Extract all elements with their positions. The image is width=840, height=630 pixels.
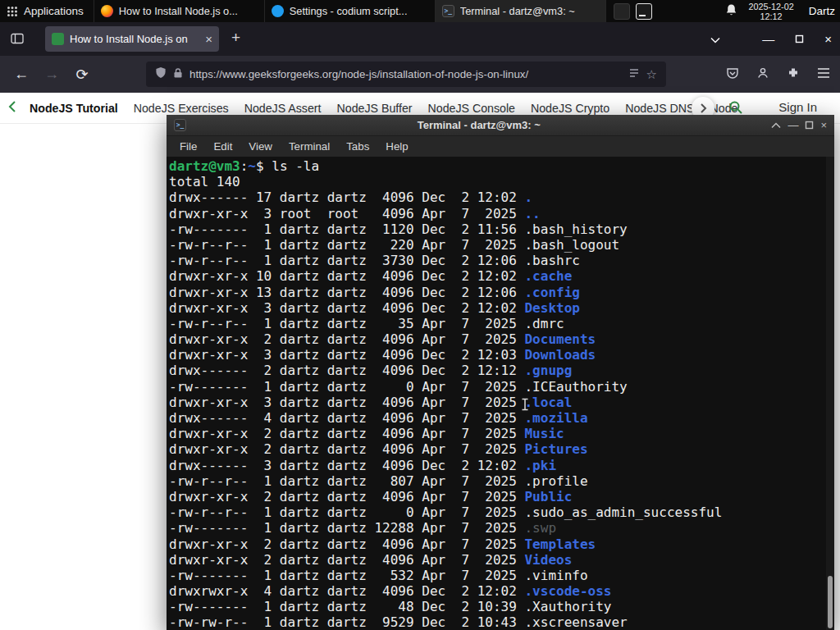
firefox-nav-bar: ← → ⟳ https://www.geeksforgeeks.org/node… <box>0 56 840 93</box>
forward-icon[interactable]: → <box>42 66 62 83</box>
menu-tabs[interactable]: Tabs <box>338 140 377 153</box>
terminal-window: >_ Terminal - dartz@vm3: ~ — × File Edit… <box>167 115 834 630</box>
menu-terminal[interactable]: Terminal <box>281 140 338 153</box>
lock-icon[interactable] <box>173 67 183 82</box>
clock-date: 2025-12-02 <box>749 2 794 11</box>
clock-time: 12:12 <box>749 11 794 21</box>
toolbar-icons <box>726 56 830 93</box>
reader-mode-icon[interactable] <box>628 67 640 82</box>
panel-window-button-firefox[interactable]: How to Install Node.js o... <box>94 0 265 22</box>
close-button[interactable]: × <box>824 33 832 45</box>
window-button-label: Settings - codium script... <box>290 5 408 17</box>
terminal-minimize-button[interactable]: — <box>788 120 798 130</box>
tray-icon-terminal[interactable] <box>636 3 652 20</box>
notifications-bell-icon[interactable] <box>725 3 737 20</box>
url-bar[interactable]: https://www.geeksforgeeks.org/node-js/in… <box>146 62 666 87</box>
panel-window-button-codium[interactable]: Settings - codium script... <box>265 0 436 22</box>
firefox-view-icon[interactable] <box>11 33 24 48</box>
terminal-app-icon: >_ <box>174 119 186 131</box>
tab-close-icon[interactable]: × <box>205 33 212 45</box>
terminal-shade-button[interactable] <box>771 122 781 129</box>
applications-grid-icon <box>7 6 18 17</box>
url-text[interactable]: https://www.geeksforgeeks.org/node-js/in… <box>189 68 622 80</box>
account-icon[interactable] <box>756 66 769 83</box>
browser-tab[interactable]: How to Install Node.js on × <box>45 26 219 52</box>
window-button-label: How to Install Node.js o... <box>119 5 238 17</box>
terminal-body[interactable]: dartz@vm3:~$ ls -latotal 140drwx------ 1… <box>167 157 834 630</box>
mouse-cursor <box>521 398 529 414</box>
menu-edit[interactable]: Edit <box>205 140 240 153</box>
sign-in-button[interactable]: Sign In <box>778 100 817 114</box>
terminal-menubar: File Edit View Terminal Tabs Help <box>167 136 834 157</box>
firefox-icon <box>101 5 113 17</box>
new-tab-button[interactable]: + <box>231 29 240 47</box>
bookmark-star-icon[interactable]: ☆ <box>646 67 657 82</box>
gfg-favicon <box>52 33 64 45</box>
window-button-label: Terminal - dartz@vm3: ~ <box>460 5 575 17</box>
terminal-maximize-button[interactable] <box>805 121 814 130</box>
site-nav-item-console[interactable]: NodeJS Console <box>428 102 515 115</box>
menu-file[interactable]: File <box>171 140 205 153</box>
site-nav-item-exercises[interactable]: NodeJS Exercises <box>134 102 229 115</box>
tray-icon-app[interactable] <box>614 3 630 20</box>
clock[interactable]: 2025-12-02 12:12 <box>749 2 794 21</box>
menu-view[interactable]: View <box>240 140 281 153</box>
codium-icon <box>272 5 284 17</box>
tracking-shield-icon[interactable] <box>155 66 167 82</box>
maximize-button[interactable] <box>795 32 804 47</box>
list-tabs-chevron-icon[interactable] <box>710 32 720 47</box>
back-icon[interactable]: ← <box>11 66 31 83</box>
nav-scroll-left-icon[interactable] <box>8 100 16 116</box>
terminal-titlebar[interactable]: >_ Terminal - dartz@vm3: ~ — × <box>167 115 834 136</box>
minimize-button[interactable]: — <box>762 33 774 45</box>
applications-menu-button[interactable]: Applications <box>0 0 94 22</box>
terminal-close-button[interactable]: × <box>820 120 827 130</box>
user-label: Dartz <box>809 5 835 17</box>
applications-label: Applications <box>24 5 84 17</box>
site-nav-item-dns[interactable]: NodeJS DNS <box>625 102 694 115</box>
extensions-icon[interactable] <box>787 66 800 83</box>
menu-icon[interactable] <box>817 67 830 82</box>
site-nav-item-tutorial[interactable]: NodeJS Tutorial <box>30 102 118 115</box>
site-nav-item-assert[interactable]: NodeJS Assert <box>244 102 322 115</box>
terminal-scrollbar[interactable] <box>826 157 834 630</box>
site-nav-item-buffer[interactable]: NodeJS Buffer <box>337 102 413 115</box>
top-panel: Applications How to Install Node.js o...… <box>0 0 840 22</box>
site-nav-item-crypto[interactable]: NodeJS Crypto <box>531 102 609 115</box>
reload-icon[interactable]: ⟳ <box>72 66 92 84</box>
desktop: NodeJS Tutorial NodeJS Exercises NodeJS … <box>0 0 840 630</box>
pocket-icon[interactable] <box>726 66 739 83</box>
window-controls: — × <box>710 22 832 56</box>
terminal-title: Terminal - dartz@vm3: ~ <box>193 119 765 131</box>
panel-window-button-terminal[interactable]: >_ Terminal - dartz@vm3: ~ <box>436 0 606 22</box>
terminal-output: dartz@vm3:~$ ls -latotal 140drwx------ 1… <box>169 158 834 630</box>
tab-title: How to Install Node.js on <box>70 33 199 45</box>
firefox-tab-bar: How to Install Node.js on × + — × <box>0 22 840 56</box>
menu-help[interactable]: Help <box>377 140 416 153</box>
terminal-icon: >_ <box>442 5 454 17</box>
terminal-scrollbar-thumb[interactable] <box>828 576 833 628</box>
